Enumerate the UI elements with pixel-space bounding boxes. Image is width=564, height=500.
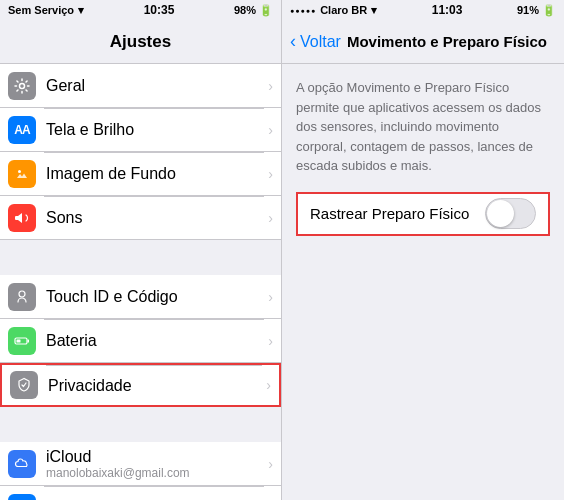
- geral-icon: [8, 72, 36, 100]
- privacidade-label-wrap: Privacidade: [46, 365, 262, 405]
- time-left: 10:35: [144, 3, 175, 17]
- nav-bar-right: ‹ Voltar Movimento e Preparo Físico: [282, 20, 564, 64]
- signal-dots: ●●●●●: [290, 7, 316, 14]
- icloud-chevron: ›: [268, 456, 273, 472]
- geral-icon-wrap: [0, 64, 44, 108]
- settings-item-sons[interactable]: Sons ›: [0, 196, 281, 240]
- icloud-label-wrap: iCloud manolobaixaki@gmail.com: [44, 442, 264, 485]
- settings-item-tela[interactable]: AA Tela e Brilho ›: [0, 108, 281, 152]
- status-bar-left: Sem Serviço ▾ 10:35 98% 🔋: [0, 0, 281, 20]
- carrier-left: Sem Serviço ▾: [8, 4, 84, 17]
- back-arrow-icon: ‹: [290, 31, 296, 52]
- battery-icon-right: 🔋: [542, 4, 556, 17]
- svg-point-1: [18, 170, 21, 173]
- bateria-label-wrap: Bateria: [44, 319, 264, 362]
- privacidade-icon: [10, 371, 38, 399]
- svg-rect-5: [17, 339, 21, 342]
- tela-icon-wrap: AA: [0, 108, 44, 152]
- nav-title-right: Movimento e Preparo Físico: [347, 33, 547, 50]
- appstore-icon: [8, 494, 36, 501]
- geral-label: Geral: [46, 77, 264, 95]
- battery-left: 98% 🔋: [234, 4, 273, 17]
- nav-bar-left: Ajustes: [0, 20, 281, 64]
- sons-label: Sons: [46, 209, 264, 227]
- touch-label-wrap: Touch ID e Código: [44, 275, 264, 318]
- sons-icon: [8, 204, 36, 232]
- signal-right: ●●●●● Claro BR ▾: [290, 4, 377, 17]
- rastrear-toggle[interactable]: [485, 198, 536, 229]
- privacidade-icon-wrap: [2, 363, 46, 407]
- time-right: 11:03: [432, 3, 463, 17]
- nav-title-left: Ajustes: [110, 32, 171, 52]
- settings-section-2: Touch ID e Código › Bateria ›: [0, 275, 281, 407]
- separator-1: [0, 240, 281, 275]
- no-service-text: Sem Serviço: [8, 4, 74, 16]
- separator-2: [0, 407, 281, 442]
- geral-chevron: ›: [268, 78, 273, 94]
- imagem-icon: [8, 160, 36, 188]
- tela-icon: AA: [8, 116, 36, 144]
- battery-text-right: 91%: [517, 4, 539, 16]
- back-button[interactable]: Voltar: [300, 33, 341, 51]
- settings-item-bateria[interactable]: Bateria ›: [0, 319, 281, 363]
- settings-item-appstore[interactable]: App Store e iTunes Store ›: [0, 486, 281, 500]
- settings-item-touch[interactable]: Touch ID e Código ›: [0, 275, 281, 319]
- settings-section-1: Geral › AA Tela e Brilho ›: [0, 64, 281, 240]
- settings-item-icloud[interactable]: iCloud manolobaixaki@gmail.com ›: [0, 442, 281, 486]
- right-content: A opção Movimento e Preparo Físico permi…: [282, 64, 564, 500]
- icloud-label: iCloud: [46, 448, 264, 466]
- battery-text-left: 98%: [234, 4, 256, 16]
- left-panel: Sem Serviço ▾ 10:35 98% 🔋 Ajustes: [0, 0, 282, 500]
- privacidade-chevron: ›: [266, 377, 271, 393]
- bateria-icon-wrap: [0, 319, 44, 363]
- touch-label: Touch ID e Código: [46, 288, 264, 306]
- icloud-icon-wrap: [0, 442, 44, 486]
- imagem-label-wrap: Imagem de Fundo: [44, 152, 264, 195]
- settings-item-privacidade[interactable]: Privacidade ›: [0, 363, 281, 407]
- touch-chevron: ›: [268, 289, 273, 305]
- settings-item-geral[interactable]: Geral ›: [0, 64, 281, 108]
- tela-label-wrap: Tela e Brilho: [44, 108, 264, 151]
- imagem-chevron: ›: [268, 166, 273, 182]
- touch-icon: [8, 283, 36, 311]
- battery-icon-left: 🔋: [259, 4, 273, 17]
- svg-rect-4: [28, 339, 30, 342]
- appstore-label-wrap: App Store e iTunes Store: [44, 486, 264, 500]
- tela-chevron: ›: [268, 122, 273, 138]
- wifi-icon-left: ▾: [78, 4, 84, 17]
- svg-point-2: [19, 291, 25, 297]
- battery-right: 91% 🔋: [517, 4, 556, 17]
- toggle-label: Rastrear Preparo Físico: [310, 205, 485, 222]
- toggle-knob: [487, 200, 514, 227]
- sons-chevron: ›: [268, 210, 273, 226]
- appstore-icon-wrap: [0, 486, 44, 501]
- settings-section-3: iCloud manolobaixaki@gmail.com › App Sto…: [0, 442, 281, 500]
- geral-label-wrap: Geral: [44, 64, 264, 107]
- imagem-label: Imagem de Fundo: [46, 165, 264, 183]
- icloud-sublabel: manolobaixaki@gmail.com: [46, 466, 264, 480]
- imagem-icon-wrap: [0, 152, 44, 196]
- settings-item-imagem[interactable]: Imagem de Fundo ›: [0, 152, 281, 196]
- privacidade-label: Privacidade: [48, 377, 262, 395]
- tela-label: Tela e Brilho: [46, 121, 264, 139]
- toggle-section: Rastrear Preparo Físico: [296, 192, 550, 236]
- bateria-icon: [8, 327, 36, 355]
- touch-icon-wrap: [0, 275, 44, 319]
- right-panel: ●●●●● Claro BR ▾ 11:03 91% 🔋 ‹ Voltar Mo…: [282, 0, 564, 500]
- description-text: A opção Movimento e Preparo Físico permi…: [296, 78, 550, 176]
- wifi-icon-right: ▾: [371, 4, 377, 17]
- bateria-chevron: ›: [268, 333, 273, 349]
- icloud-icon: [8, 450, 36, 478]
- bateria-label: Bateria: [46, 332, 264, 350]
- settings-list: Geral › AA Tela e Brilho ›: [0, 64, 281, 500]
- carrier-right: Claro BR: [320, 4, 367, 16]
- sons-label-wrap: Sons: [44, 196, 264, 239]
- status-bar-right: ●●●●● Claro BR ▾ 11:03 91% 🔋: [282, 0, 564, 20]
- sons-icon-wrap: [0, 196, 44, 240]
- svg-point-0: [20, 83, 25, 88]
